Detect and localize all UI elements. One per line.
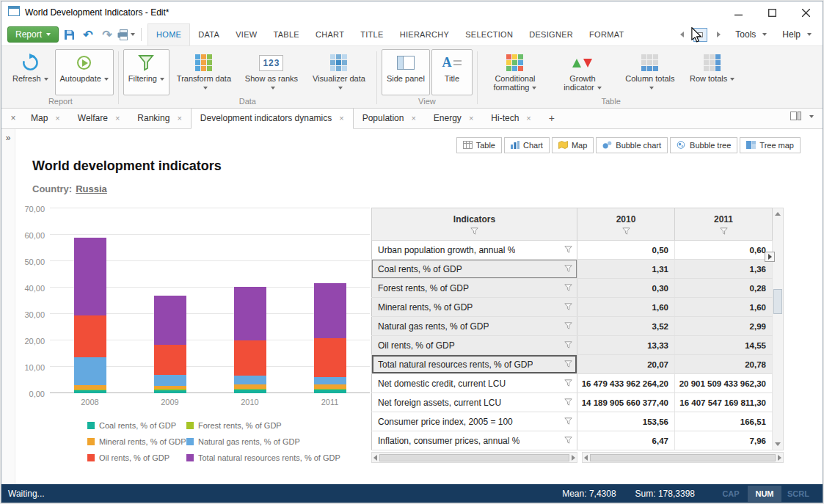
doc-tab-ranking[interactable]: Ranking× (128, 109, 190, 128)
ribbon-tab-hierarchy[interactable]: HIERARCHY (392, 23, 458, 45)
value-cell[interactable]: 16 479 433 962 264,20 (577, 374, 675, 393)
doc-tab-energy[interactable]: Energy× (425, 109, 482, 128)
value-cell[interactable]: 3,52 (577, 317, 675, 336)
ribbon-tab-format[interactable]: FORMAT (581, 23, 632, 45)
ribbon-tab-chart[interactable]: CHART (307, 23, 352, 45)
value-cell[interactable]: 1,60 (577, 298, 675, 317)
value-cell[interactable]: 7,96 (675, 431, 773, 450)
value-cell[interactable]: 0,50 (577, 241, 675, 260)
ribbon-button-autoupdate[interactable]: Autoupdate (55, 49, 114, 95)
ribbon-button-conditional-formatting[interactable]: Conditional formatting (482, 49, 548, 95)
ribbon-tab-view[interactable]: VIEW (227, 23, 265, 45)
undo-icon[interactable]: ↶ (79, 26, 97, 43)
frozen-pane-button[interactable] (765, 252, 775, 262)
status-toggle-num[interactable]: NUM (748, 486, 781, 502)
vertical-scroll-thumb[interactable] (773, 289, 782, 314)
nav-forward-button[interactable] (712, 29, 725, 41)
value-cell[interactable]: 16 407 547 169 811,30 (675, 393, 773, 412)
ribbon-tab-table[interactable]: TABLE (265, 23, 307, 45)
value-cell[interactable]: 14 189 905 660 377,40 (577, 393, 675, 412)
maximize-button[interactable] (755, 1, 789, 23)
value-cell[interactable]: 6,47 (577, 431, 675, 450)
nav-window-button[interactable] (693, 28, 707, 42)
doc-tab-welfare[interactable]: Welfare× (69, 109, 129, 128)
filter-icon[interactable] (564, 417, 572, 427)
indicator-cell[interactable]: Coal rents, % of GDP (372, 260, 577, 279)
country-link[interactable]: Russia (76, 183, 107, 194)
ribbon-button-filtering[interactable]: Filtering (123, 49, 169, 95)
column-header-2010[interactable]: 2010 (577, 208, 675, 241)
indicator-cell[interactable]: Oil rents, % of GDP (372, 336, 577, 355)
ribbon-button-refresh[interactable]: Refresh (7, 49, 54, 95)
value-cell[interactable]: 1,31 (577, 260, 675, 279)
filter-icon[interactable] (564, 359, 572, 370)
filter-icon[interactable] (564, 379, 572, 389)
view-button-bubble-tree[interactable]: Bubble tree (670, 137, 737, 153)
close-icon[interactable]: × (526, 114, 531, 123)
indicator-cell[interactable]: Urban population growth, annual % (372, 241, 577, 260)
print-icon[interactable] (117, 26, 135, 43)
horizontal-scroll-thumb[interactable] (379, 454, 569, 461)
save-icon[interactable] (60, 26, 78, 43)
filter-icon[interactable] (564, 321, 572, 332)
horizontal-scroll-thumb[interactable] (590, 454, 776, 461)
indicator-cell[interactable]: Forest rents, % of GDP (372, 279, 577, 298)
value-cell[interactable]: 153,56 (577, 412, 675, 431)
split-view-icon[interactable] (790, 110, 801, 123)
close-icon[interactable]: × (339, 114, 343, 123)
ribbon-tab-title[interactable]: TITLE (352, 23, 391, 45)
ribbon-button-transform-data[interactable]: Transform data (171, 49, 237, 95)
ribbon-tab-home[interactable]: HOME (147, 23, 190, 45)
indicator-cell[interactable]: Natural gas rents, % of GDP (372, 317, 577, 336)
view-button-map[interactable]: Map (552, 137, 594, 153)
vertical-scrollbar[interactable] (773, 208, 784, 450)
doc-tab-hi-tech[interactable]: Hi-tech× (482, 109, 539, 128)
filter-icon[interactable] (564, 398, 572, 408)
close-icon[interactable]: × (55, 114, 59, 123)
minimize-button[interactable] (721, 1, 755, 23)
filter-icon[interactable] (564, 283, 572, 293)
status-toggle-cap[interactable]: CAP (714, 486, 748, 502)
indicator-cell[interactable]: Total natural resources rents, % of GDP (372, 355, 577, 374)
filter-icon[interactable] (564, 264, 572, 274)
filter-icon[interactable] (564, 436, 572, 446)
ribbon-button-side-panel[interactable]: Side panel (382, 49, 430, 95)
close-icon[interactable]: × (115, 114, 120, 123)
view-button-tree-map[interactable]: Tree map (740, 137, 801, 153)
indicator-cell[interactable]: Consumer price index, 2005 = 100 (372, 412, 577, 431)
column-header-2011[interactable]: 2011 (675, 208, 773, 241)
column-header-indicators[interactable]: Indicators (372, 208, 577, 241)
help-menu[interactable]: Help (777, 26, 817, 43)
value-cell[interactable]: 14,55 (675, 336, 773, 355)
filter-icon[interactable] (470, 227, 478, 237)
filter-icon[interactable] (564, 245, 572, 255)
redo-icon[interactable]: ↷ (98, 26, 116, 43)
doc-tab-map[interactable]: Map× (22, 109, 69, 128)
filter-icon[interactable] (720, 227, 728, 237)
value-cell[interactable]: 0,60 (675, 241, 773, 260)
ribbon-tab-data[interactable]: DATA (190, 23, 227, 45)
scroll-up-button[interactable] (773, 208, 783, 219)
expand-panel-icon[interactable]: » (6, 133, 11, 143)
value-cell[interactable]: 20,78 (675, 355, 773, 374)
collapsed-side-panel[interactable]: » (1, 129, 15, 484)
filter-icon[interactable] (622, 227, 630, 237)
indicator-cell[interactable]: Net foreign assets, current LCU (372, 393, 577, 412)
close-icon[interactable]: × (411, 114, 415, 123)
doc-tab-development-indicators-dynamics[interactable]: Development indicators dynamics× (191, 108, 354, 129)
indicator-cell[interactable]: Mineral rents, % of GDP (372, 298, 577, 317)
scroll-down-button[interactable] (773, 439, 783, 450)
value-cell[interactable]: 20,07 (577, 355, 675, 374)
nav-back-button[interactable] (676, 29, 688, 41)
value-cell[interactable]: 2,99 (675, 317, 773, 336)
view-button-chart[interactable]: Chart (504, 137, 550, 153)
tools-menu[interactable]: Tools (730, 26, 772, 43)
close-tab-button[interactable]: × (4, 113, 22, 128)
value-cell[interactable]: 20 901 509 433 962,30 (675, 374, 773, 393)
ribbon-tab-selection[interactable]: SELECTION (457, 23, 521, 45)
filter-icon[interactable] (564, 340, 572, 351)
status-toggle-scrl[interactable]: SCRL (781, 486, 815, 502)
value-cell[interactable]: 1,60 (675, 298, 773, 317)
value-cell[interactable]: 166,51 (675, 412, 773, 431)
horizontal-scrollbar-left[interactable] (371, 452, 577, 463)
